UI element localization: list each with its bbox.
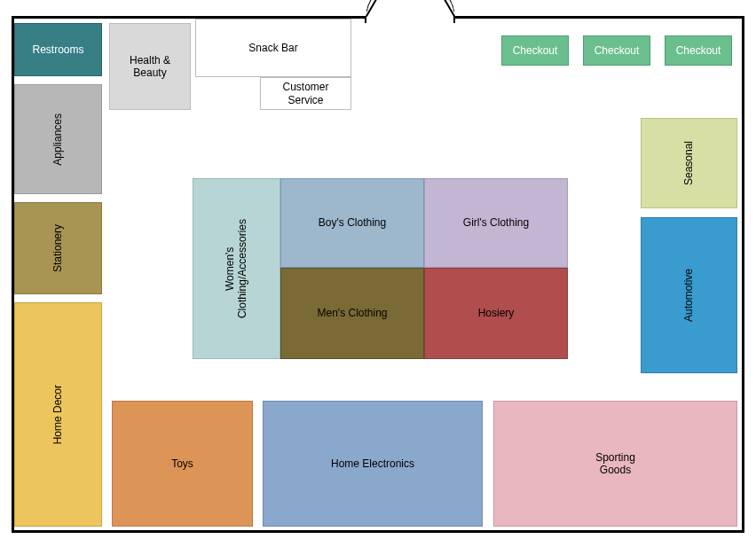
checkout-3: Checkout xyxy=(665,35,732,66)
label-restrooms: Restrooms xyxy=(32,43,83,56)
label-sporting-goods: Sporting Goods xyxy=(595,451,635,477)
dept-boys: Boy's Clothing xyxy=(280,178,424,268)
dept-snack-bar: Snack Bar xyxy=(195,19,351,77)
label-girls: Girl's Clothing xyxy=(463,216,529,229)
wall-right xyxy=(742,16,744,533)
label-womens: Women's Clothing/Accessories xyxy=(224,219,249,318)
dept-customer-service: Customer Service xyxy=(260,77,351,110)
dept-toys: Toys xyxy=(112,401,253,527)
dept-health-beauty: Health & Beauty xyxy=(109,23,191,110)
checkout-2: Checkout xyxy=(583,35,650,66)
label-checkout-2: Checkout xyxy=(595,44,640,57)
label-home-electronics: Home Electronics xyxy=(331,457,414,470)
label-checkout-3: Checkout xyxy=(676,44,721,57)
dept-appliances: Appliances xyxy=(14,84,102,194)
dept-stationery: Stationery xyxy=(14,202,102,294)
door-post-right xyxy=(453,16,455,23)
dept-home-decor: Home Decor xyxy=(14,302,102,527)
label-toys: Toys xyxy=(171,457,193,470)
label-automotive: Automotive xyxy=(682,269,695,322)
dept-sporting-goods: Sporting Goods xyxy=(493,401,737,527)
floor-plan-canvas: Restrooms Health & Beauty Snack Bar Cust… xyxy=(0,0,756,547)
dept-restrooms: Restrooms xyxy=(14,23,102,76)
label-home-decor: Home Decor xyxy=(51,385,64,444)
label-seasonal: Seasonal xyxy=(682,141,695,185)
label-customer-service: Customer Service xyxy=(264,81,347,106)
label-appliances: Appliances xyxy=(51,113,64,166)
label-snack-bar: Snack Bar xyxy=(248,42,297,54)
dept-hosiery: Hosiery xyxy=(424,268,568,359)
wall-bottom xyxy=(12,530,744,533)
dept-home-electronics: Home Electronics xyxy=(263,401,483,527)
dept-automotive: Automotive xyxy=(641,217,737,373)
label-stationery: Stationery xyxy=(51,224,64,272)
label-boys: Boy's Clothing xyxy=(319,216,386,229)
label-checkout-1: Checkout xyxy=(513,44,558,57)
wall-top-right xyxy=(455,16,744,19)
dept-mens: Men's Clothing xyxy=(280,268,424,359)
label-health-beauty: Health & Beauty xyxy=(130,54,170,80)
checkout-1: Checkout xyxy=(501,35,569,66)
door-post-left xyxy=(365,16,366,23)
dept-seasonal: Seasonal xyxy=(641,118,737,208)
label-mens: Men's Clothing xyxy=(318,307,388,319)
dept-womens: Women's Clothing/Accessories xyxy=(193,178,280,359)
label-hosiery: Hosiery xyxy=(478,307,515,319)
dept-girls: Girl's Clothing xyxy=(424,178,568,268)
